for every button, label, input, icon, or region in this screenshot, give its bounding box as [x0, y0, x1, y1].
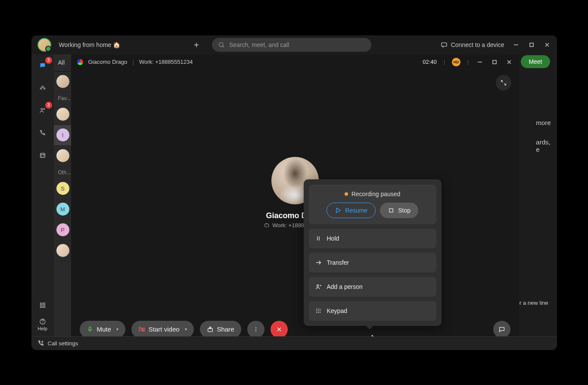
search-placeholder: Search, meet, and call: [229, 41, 289, 48]
svg-point-10: [41, 108, 43, 110]
call-maximize-button[interactable]: [491, 58, 498, 66]
close-icon: [276, 326, 283, 333]
keypad-button[interactable]: Keypad: [309, 301, 436, 321]
list-item[interactable]: [54, 72, 71, 92]
svg-point-36: [318, 309, 319, 310]
svg-point-49: [255, 327, 256, 328]
start-video-button[interactable]: Start video ▾: [131, 321, 194, 336]
svg-point-50: [255, 329, 256, 330]
nav-rail: 3 3 17 Help: [31, 54, 54, 336]
svg-rect-15: [43, 303, 45, 304]
svg-point-40: [320, 310, 320, 311]
end-call-button[interactable]: [271, 321, 288, 336]
titlebar: Working from home 🏠 ＋ Search, meet, and …: [31, 35, 557, 54]
svg-point-19: [42, 323, 43, 323]
list-item[interactable]: [54, 146, 71, 166]
close-button[interactable]: [543, 41, 551, 49]
body-row: 3 3 17 Help All Fav...: [31, 54, 557, 336]
app-icon: [77, 59, 83, 65]
share-button[interactable]: Share: [200, 321, 241, 336]
call-close-button[interactable]: [505, 58, 513, 66]
chevron-down-icon[interactable]: ▾: [185, 327, 187, 332]
chevron-down-icon[interactable]: ▾: [116, 327, 118, 332]
list-item[interactable]: I: [54, 125, 71, 146]
svg-rect-23: [493, 60, 496, 64]
svg-point-41: [316, 312, 317, 313]
hd-badge: HD: [452, 58, 460, 66]
svg-line-47: [139, 327, 144, 332]
more-options-popup: Recording paused Resume Stop: [304, 179, 442, 326]
stop-recording-button[interactable]: Stop: [380, 203, 418, 218]
svg-point-8: [40, 88, 41, 89]
list-item[interactable]: S: [54, 178, 71, 199]
background-text-2: for a new line: [515, 300, 548, 306]
svg-point-0: [219, 42, 223, 46]
list-item[interactable]: M: [54, 199, 71, 220]
svg-point-35: [316, 309, 317, 310]
list-item[interactable]: [54, 241, 71, 261]
sidebar-tab-all[interactable]: All: [54, 54, 71, 72]
chat-icon: [498, 326, 505, 333]
svg-marker-27: [336, 208, 340, 213]
rail-apps[interactable]: [36, 298, 50, 312]
svg-point-11: [44, 108, 45, 110]
background-text: more ards,e: [536, 119, 551, 153]
svg-rect-44: [89, 327, 91, 330]
call-minimize-button[interactable]: [476, 58, 484, 66]
search-input[interactable]: Search, meet, and call: [212, 38, 371, 52]
svg-point-37: [320, 309, 320, 310]
pause-icon: [315, 235, 322, 242]
new-action-button[interactable]: ＋: [190, 38, 203, 52]
recording-paused-dot-icon: [345, 192, 348, 196]
add-person-icon: [315, 283, 322, 290]
briefcase-icon: [264, 222, 270, 228]
rail-teams[interactable]: [36, 81, 50, 95]
expand-button[interactable]: [496, 75, 511, 91]
rail-help[interactable]: Help: [37, 318, 47, 331]
transfer-button[interactable]: Transfer: [309, 253, 436, 272]
video-off-icon: [138, 326, 145, 333]
svg-rect-2: [442, 43, 447, 46]
rail-messaging[interactable]: 3: [36, 59, 50, 72]
self-avatar[interactable]: [37, 38, 51, 52]
footer-bar: Call settings: [31, 336, 557, 350]
svg-point-43: [320, 312, 320, 313]
maximize-button[interactable]: [528, 41, 535, 49]
contacts-badge: 3: [45, 102, 52, 109]
resume-recording-button[interactable]: Resume: [327, 203, 376, 218]
mute-button[interactable]: Mute ▾: [80, 321, 125, 336]
search-icon: [218, 41, 225, 48]
svg-rect-26: [265, 224, 269, 227]
connect-device-button[interactable]: Connect to a device: [441, 41, 504, 48]
recording-card: Recording paused Resume Stop: [309, 185, 436, 224]
add-person-button[interactable]: Add a person: [309, 277, 436, 297]
svg-point-42: [318, 312, 319, 313]
call-settings-button[interactable]: Call settings: [48, 340, 78, 347]
phone-settings-icon: [37, 340, 44, 347]
meet-button[interactable]: Meet: [521, 55, 550, 68]
hold-button[interactable]: Hold: [309, 228, 436, 248]
arrow-right-icon: [315, 259, 322, 266]
minimize-button[interactable]: [512, 41, 520, 49]
call-window: Giacomo Drago | Work: +18885551234 02:40…: [71, 54, 519, 336]
sidebar-favorites-label: Fav...: [54, 92, 71, 104]
svg-line-1: [223, 46, 224, 47]
app-window: Working from home 🏠 ＋ Search, meet, and …: [31, 35, 557, 350]
more-vertical-icon: [252, 326, 259, 333]
call-contact-name: Giacomo Drago: [88, 59, 128, 65]
status-text: Working from home 🏠: [59, 41, 121, 48]
svg-rect-17: [43, 306, 45, 307]
rail-calls[interactable]: [36, 126, 50, 140]
rail-contacts[interactable]: 3: [36, 103, 50, 117]
svg-point-7: [42, 86, 44, 88]
stop-icon: [388, 207, 395, 214]
list-item[interactable]: P: [54, 220, 71, 241]
svg-point-51: [255, 331, 256, 332]
more-options-button[interactable]: [247, 321, 264, 336]
call-body: Giacomo Drago Work: +18885551234 Recordi…: [71, 70, 519, 316]
rail-calendar[interactable]: 17: [36, 148, 50, 162]
chat-panel-button[interactable]: [493, 321, 510, 336]
svg-rect-28: [389, 209, 393, 212]
share-icon: [207, 326, 214, 333]
list-item[interactable]: [54, 104, 71, 125]
